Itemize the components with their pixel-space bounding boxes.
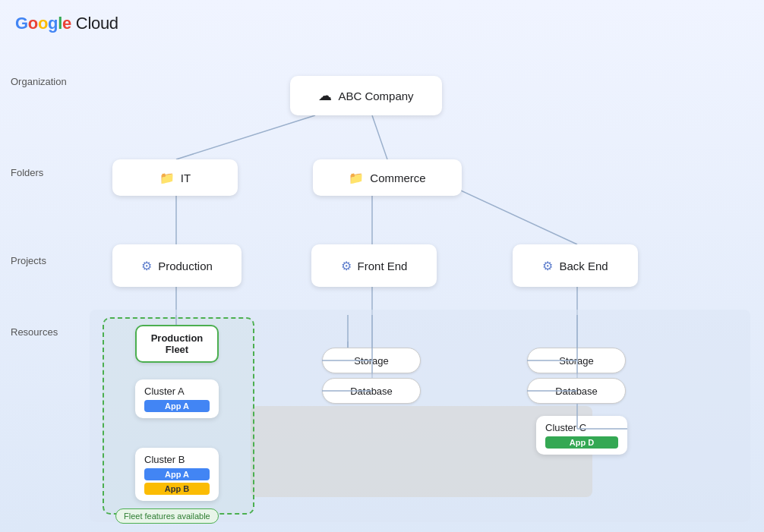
- cloud-icon: ☁: [318, 87, 332, 104]
- frontend-node: ⚙ Front End: [311, 244, 437, 287]
- folder-commerce-icon: 📁: [349, 171, 364, 185]
- production-fleet-label: ProductionFleet: [151, 332, 204, 355]
- cluster-a-label: Cluster A: [144, 386, 210, 397]
- project-backend-icon: ⚙: [542, 259, 553, 273]
- section-resources: Resources: [11, 326, 58, 338]
- page-background: Google Cloud Organization Folders Projec…: [0, 0, 764, 532]
- cluster-b-app-b-badge: App B: [144, 483, 210, 495]
- cluster-b-app-a-badge: App A: [144, 468, 210, 480]
- project-production-icon: ⚙: [141, 259, 152, 273]
- org-label: ABC Company: [338, 90, 413, 102]
- backend-storage-box: Storage: [527, 348, 626, 373]
- app-d-badge: App D: [545, 436, 618, 449]
- logo-google: Google: [15, 14, 76, 33]
- project-frontend-icon: ⚙: [341, 259, 352, 273]
- production-node: ⚙ Production: [112, 244, 242, 287]
- frontend-database-box: Database: [322, 378, 421, 404]
- app-a-badge: App A: [144, 400, 210, 412]
- cluster-c-label: Cluster C: [545, 422, 618, 433]
- commerce-label: Commerce: [370, 172, 425, 184]
- it-label: IT: [181, 172, 191, 184]
- cluster-a-box: Cluster A App A: [135, 379, 219, 418]
- frontend-database-label: Database: [350, 386, 393, 397]
- org-node: ☁ ABC Company: [290, 76, 442, 115]
- production-fleet-box: ProductionFleet: [135, 325, 219, 363]
- fleet-features-badge: Fleet features available: [115, 508, 219, 524]
- svg-line-1: [372, 115, 387, 159]
- cluster-b-label: Cluster B: [144, 454, 210, 465]
- cluster-b-box: Cluster B App A App B: [135, 448, 219, 501]
- cluster-c-box: Cluster C App D: [536, 416, 627, 455]
- logo: Google Cloud: [15, 14, 118, 33]
- frontend-label: Front End: [358, 260, 408, 272]
- backend-database-box: Database: [527, 378, 626, 404]
- backend-storage-label: Storage: [559, 355, 594, 367]
- frontend-storage-box: Storage: [322, 348, 421, 373]
- backend-node: ⚙ Back End: [513, 244, 638, 287]
- section-organization: Organization: [11, 76, 67, 87]
- backend-database-label: Database: [555, 386, 598, 397]
- backend-label: Back End: [559, 260, 608, 272]
- commerce-node: 📁 Commerce: [313, 159, 462, 196]
- section-folders: Folders: [11, 167, 43, 178]
- frontend-storage-label: Storage: [354, 355, 389, 367]
- svg-line-0: [176, 115, 315, 159]
- folder-it-icon: 📁: [159, 171, 175, 185]
- it-node: 📁 IT: [112, 159, 238, 196]
- production-label: Production: [158, 260, 213, 272]
- logo-cloud: Cloud: [76, 14, 118, 33]
- section-projects: Projects: [11, 255, 46, 266]
